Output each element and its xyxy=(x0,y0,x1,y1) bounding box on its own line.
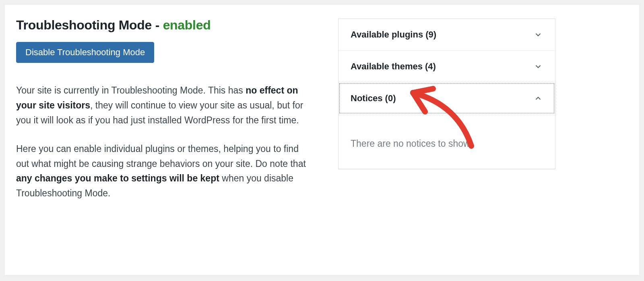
accordion-item-themes: Available themes (4) xyxy=(339,51,555,83)
accordion-item-plugins: Available plugins (9) xyxy=(339,19,555,51)
chevron-down-icon xyxy=(533,30,543,40)
description-paragraph-2: Here you can enable individual plugins o… xyxy=(16,142,314,201)
accordion-label-themes: Available themes (4) xyxy=(351,61,436,72)
accordion-toggle-notices[interactable]: Notices (0) xyxy=(339,83,555,114)
desc-p2-a: Here you can enable individual plugins o… xyxy=(16,144,306,169)
desc-p1-a: Your site is currently in Troubleshootin… xyxy=(16,85,246,96)
troubleshooting-panel: Troubleshooting Mode - enabled Disable T… xyxy=(5,5,639,275)
desc-p2-strong: any changes you make to settings will be… xyxy=(16,173,219,183)
accordion-label-plugins: Available plugins (9) xyxy=(351,29,436,40)
accordion: Available plugins (9) Available themes (… xyxy=(338,19,555,169)
disable-troubleshooting-button[interactable]: Disable Troubleshooting Mode xyxy=(16,42,154,63)
status-enabled-label: enabled xyxy=(163,18,211,32)
accordion-item-notices: Notices (0) There are no notices to show… xyxy=(339,83,555,169)
page-title: Troubleshooting Mode - enabled xyxy=(16,17,314,33)
chevron-down-icon xyxy=(533,62,543,71)
accordion-body-notices: There are no notices to show. xyxy=(339,114,555,169)
accordion-toggle-themes[interactable]: Available themes (4) xyxy=(339,51,555,82)
notices-empty-text: There are no notices to show. xyxy=(351,138,543,149)
accordion-label-notices: Notices (0) xyxy=(351,93,396,104)
right-column: Available plugins (9) Available themes (… xyxy=(338,17,555,263)
left-column: Troubleshooting Mode - enabled Disable T… xyxy=(16,17,314,263)
description-block: Your site is currently in Troubleshootin… xyxy=(16,83,314,201)
accordion-toggle-plugins[interactable]: Available plugins (9) xyxy=(339,19,555,50)
chevron-up-icon xyxy=(533,94,543,103)
title-prefix: Troubleshooting Mode - xyxy=(16,18,163,32)
description-paragraph-1: Your site is currently in Troubleshootin… xyxy=(16,83,314,127)
